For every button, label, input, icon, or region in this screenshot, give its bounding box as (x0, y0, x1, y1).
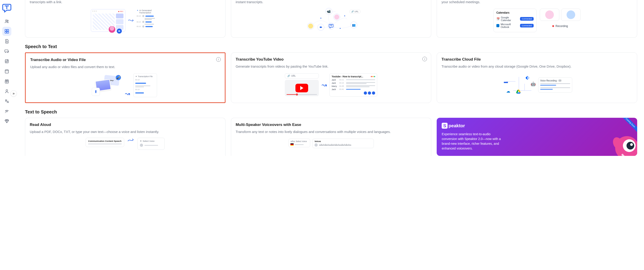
card-title: Transcribe Audio or Video File (30, 58, 220, 62)
playback-controls (332, 91, 375, 95)
app-logo[interactable] (2, 3, 12, 13)
youtube-illustration: 🔗 URL ↝ Youtube - How to transcript... J… (285, 73, 377, 97)
nav-dashboard-icon[interactable] (2, 27, 11, 36)
card-title: Read Aloud (30, 123, 221, 127)
svg-point-9 (344, 15, 345, 16)
top-card-1-desc: transcripts with a link. (25, 0, 226, 6)
svg-point-15 (630, 143, 633, 146)
svg-rect-2 (5, 29, 6, 31)
card-transcribe-cloud[interactable]: Transcribe Cloud File Transcribe audio o… (437, 52, 637, 103)
rec-badge: REC (118, 11, 124, 12)
bot-icon: 🤖 (530, 81, 536, 87)
camera-icon (117, 28, 122, 33)
top-card-2-desc: instant transcripts. (231, 0, 432, 6)
sidebar: » (0, 0, 14, 270)
nav-team-icon[interactable] (2, 17, 11, 26)
main-content: transcripts with a link. instant transcr… (14, 0, 644, 270)
nav-translate-icon[interactable] (2, 97, 11, 106)
dropbox-icon: ⬖ (524, 75, 530, 80)
recording-status: Recording (552, 24, 568, 28)
card-desc: Transform any text or notes into lively … (236, 129, 427, 134)
svg-point-11 (340, 28, 340, 29)
nav-document-icon[interactable] (2, 37, 11, 46)
avatar (108, 26, 116, 33)
video-icon (318, 24, 324, 31)
avatar (540, 9, 559, 21)
card-read-aloud[interactable]: Read Aloud Upload a PDF, DOCx, TXT, or t… (25, 118, 226, 156)
arrow-icon (128, 138, 134, 142)
card-transcribe-file[interactable]: i Transcribe Audio or Video File Upload … (25, 52, 226, 103)
nav-notes-icon[interactable] (2, 57, 11, 66)
avatar (307, 23, 314, 29)
url-badge: 🔗 URL (349, 10, 360, 13)
google-calendar-icon: 📅 (496, 17, 500, 20)
speaktor-desc: Experience seamless text-to-audio conver… (442, 132, 501, 151)
svg-rect-6 (5, 70, 9, 73)
upload-icon: ⬆ (92, 88, 100, 96)
info-icon[interactable]: i (216, 57, 221, 62)
arrow-icon (128, 18, 134, 22)
card-desc: Upload a PDF, DOCx, TXT, or type your ow… (30, 129, 221, 134)
section-title-stt: Speech to Text (25, 44, 637, 49)
card-desc: Generate transcripts from videos by past… (236, 64, 427, 69)
card-transcribe-youtube[interactable]: i Transcribe YouTube Video Generate tran… (231, 52, 432, 103)
calendars-panel: Calendars 📅Google CalendarConnected Micr… (494, 9, 536, 32)
speaktor-logo: Speaktor (442, 123, 632, 129)
card-desc: Upload any audio or video files and conv… (30, 64, 220, 69)
arrow-icon: ↝ (322, 81, 327, 89)
svg-point-8 (6, 90, 8, 91)
teams-icon: 👥 (350, 21, 357, 28)
top-card-3[interactable]: Calendars 📅Google CalendarConnected Micr… (437, 6, 637, 38)
svg-point-10 (320, 18, 321, 18)
section-title-tts: Text to Speech (25, 109, 637, 115)
recording-window-illustration: REC (91, 9, 125, 31)
top-card-2[interactable]: 📹 👥 🔗 URL (231, 6, 432, 38)
meet-icon: 📹 (326, 8, 332, 15)
multi-speaker-illustration: ıılııSelect Voice Voices ııIıılıIıılıııI… (288, 139, 374, 148)
google-drive-icon (516, 89, 522, 95)
nav-profile-icon[interactable] (2, 87, 11, 96)
svg-rect-4 (5, 31, 6, 33)
mascot-illustration (610, 131, 637, 156)
svg-point-1 (7, 20, 8, 21)
card-speaktor-promo[interactable]: Coming Soon Speaktor Experience seamless… (437, 118, 637, 156)
transcript-illustration: AI Generated Transcription 01:12 01:12 0… (136, 9, 160, 28)
top-card-3-desc: your scheduled meetings. (437, 0, 637, 6)
card-title: Transcribe YouTube Video (236, 57, 427, 62)
onedrive-icon: ☁ (505, 88, 511, 94)
nav-chat-icon[interactable] (2, 47, 11, 56)
youtube-play-icon (285, 80, 319, 96)
nav-gift-icon[interactable] (2, 77, 11, 86)
top-card-1[interactable]: REC AI Generated Transcription 01:12 01:… (25, 6, 226, 38)
upload-illustration: 〰️🎤 ⬆ ↝ ✦ Transcription File 01:12 01:12 (93, 73, 157, 97)
nav-diamond-icon[interactable] (2, 117, 11, 126)
arrow-icon: ↝ (125, 90, 130, 97)
app-logo-icon (328, 23, 334, 29)
svg-rect-5 (7, 31, 9, 33)
card-multi-speaker[interactable]: Multi-Speaker Voiceovers with Ease Trans… (231, 118, 432, 156)
card-title: Multi-Speaker Voiceovers with Ease (236, 123, 427, 127)
nav-calendar-icon[interactable] (2, 67, 11, 76)
card-title: Transcribe Cloud File (442, 57, 632, 62)
svg-point-14 (626, 142, 634, 150)
mic-icon: 🎤 (115, 75, 121, 80)
avatar (561, 9, 581, 21)
svg-point-0 (6, 20, 7, 21)
sidebar-expand-button[interactable]: » (10, 90, 17, 97)
avatar (333, 14, 340, 20)
cloud-illustration: ▬ ⬖ ☁ 🤖 Voice Recording - 03 (502, 75, 572, 95)
chevron-right-icon: » (13, 91, 15, 95)
svg-rect-3 (7, 29, 9, 31)
nav-plug-icon[interactable] (2, 107, 11, 116)
outlook-icon (496, 24, 499, 27)
card-desc: Transcribe audio or video from any cloud… (442, 64, 632, 69)
network-illustration: 📹 👥 🔗 URL (299, 8, 363, 33)
germany-flag-icon (290, 143, 294, 146)
read-aloud-illustration: Communication Content Speech ✦ Select Vo… (86, 138, 165, 150)
file-icon: ▬ (503, 79, 509, 85)
